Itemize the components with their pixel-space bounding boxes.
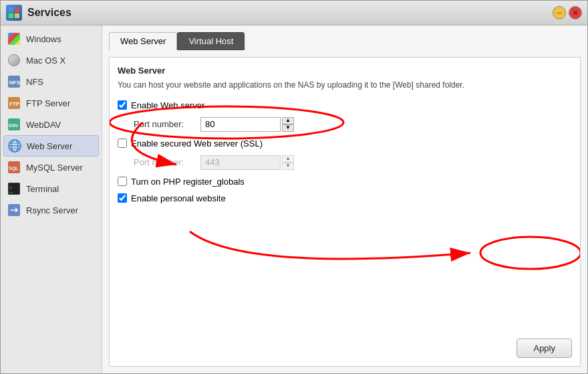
- minimize-button[interactable]: −: [553, 6, 566, 19]
- svg-point-22: [480, 237, 580, 269]
- ssl-port-input: [200, 155, 281, 170]
- sidebar-label-rsync: Rsync Server: [26, 205, 78, 215]
- port-spinner-down[interactable]: ▼: [282, 124, 294, 132]
- webserver-panel: Web Server You can host your website and…: [109, 57, 581, 367]
- personal-website-checkbox[interactable]: [118, 193, 127, 203]
- port-number-label: Port number:: [134, 119, 200, 129]
- sidebar-label-macos: Mac OS X: [26, 56, 65, 66]
- ssl-port-row: Port number: ▲ ▼: [134, 155, 572, 170]
- webserver-icon: [8, 139, 21, 153]
- tab-bar: Web Server Virtual Host: [109, 32, 581, 50]
- sidebar-label-ftp: FTP Server: [26, 98, 70, 108]
- ssl-spinner-down: ▼: [282, 163, 294, 170]
- sidebar-label-webserver: Web Server: [27, 141, 72, 151]
- app-icon: [6, 5, 22, 21]
- sidebar-label-terminal: Terminal: [26, 184, 59, 194]
- window-controls: − ×: [553, 6, 582, 19]
- sidebar-item-macos[interactable]: Mac OS X: [1, 50, 102, 71]
- content-area: Web Server Virtual Host Web Server You c…: [102, 25, 587, 373]
- ssl-port-label: Port number:: [134, 157, 200, 167]
- php-globals-checkbox[interactable]: [118, 177, 127, 186]
- ssl-spinner-up: ▲: [282, 155, 294, 163]
- close-button[interactable]: ×: [569, 6, 582, 19]
- sidebar-label-webdav: WebDAV: [26, 120, 61, 130]
- sidebar-item-webserver[interactable]: Web Server: [3, 135, 99, 157]
- ssl-port-spinner: ▲ ▼: [282, 155, 294, 170]
- port-number-row: Port number: ▲ ▼: [134, 117, 572, 132]
- titlebar: Services − ×: [1, 1, 587, 25]
- macos-icon: [7, 54, 21, 67]
- sidebar-item-ftp[interactable]: FTP FTP Server: [1, 92, 102, 114]
- svg-rect-0: [9, 7, 13, 12]
- apply-button[interactable]: Apply: [517, 339, 572, 358]
- enable-webserver-row: Enable Web server: [118, 100, 572, 110]
- nfs-icon: NFS: [7, 75, 21, 88]
- sidebar: Windows Mac OS X NFS NFS: [1, 25, 102, 373]
- svg-rect-1: [15, 7, 19, 12]
- svg-text:>: >: [9, 185, 12, 190]
- enable-webserver-label[interactable]: Enable Web server: [131, 100, 204, 110]
- php-globals-label[interactable]: Turn on PHP register_globals: [131, 177, 245, 187]
- ftp-icon: FTP: [7, 96, 21, 110]
- port-spinner-up[interactable]: ▲: [282, 117, 294, 124]
- sidebar-item-rsync[interactable]: Rsync Server: [1, 199, 102, 221]
- panel-title: Web Server: [118, 66, 572, 76]
- tab-webserver[interactable]: Web Server: [109, 32, 177, 50]
- rsync-icon: [7, 203, 21, 217]
- enable-ssl-row: Enable secured Web server (SSL): [118, 138, 572, 149]
- sidebar-item-windows[interactable]: Windows: [1, 28, 102, 50]
- sidebar-label-nfs: NFS: [26, 77, 43, 87]
- php-globals-row: Turn on PHP register_globals: [118, 177, 572, 187]
- personal-website-row: Enable personal website: [118, 193, 572, 203]
- svg-text:DAV: DAV: [9, 123, 19, 128]
- sidebar-item-nfs[interactable]: NFS NFS: [1, 71, 102, 92]
- svg-text:FTP: FTP: [9, 101, 20, 107]
- port-number-input[interactable]: [200, 117, 281, 132]
- svg-text:SQL: SQL: [9, 166, 19, 171]
- sidebar-label-mysql: MySQL Server: [26, 163, 83, 173]
- personal-website-label[interactable]: Enable personal website: [131, 193, 226, 203]
- mysql-icon: SQL: [7, 161, 21, 174]
- sidebar-item-mysql[interactable]: SQL MySQL Server: [1, 157, 102, 178]
- main-window: Services − × Windows Mac OS X: [0, 0, 588, 374]
- terminal-icon: _ >: [7, 182, 21, 195]
- sidebar-item-terminal[interactable]: _ > Terminal: [1, 178, 102, 199]
- sidebar-label-windows: Windows: [26, 34, 61, 44]
- svg-rect-3: [15, 13, 19, 18]
- sidebar-item-webdav[interactable]: DAV WebDAV: [1, 114, 102, 135]
- enable-webserver-checkbox[interactable]: [118, 100, 127, 110]
- main-area: Windows Mac OS X NFS NFS: [1, 25, 587, 373]
- svg-text:NFS: NFS: [9, 80, 20, 86]
- enable-ssl-label[interactable]: Enable secured Web server (SSL): [131, 138, 263, 149]
- enable-ssl-checkbox[interactable]: [118, 138, 127, 148]
- port-spinner: ▲ ▼: [282, 117, 294, 132]
- webdav-icon: DAV: [7, 118, 21, 131]
- svg-rect-2: [9, 13, 13, 18]
- tab-virtualhost[interactable]: Virtual Host: [177, 32, 245, 50]
- windows-icon: [7, 32, 21, 45]
- panel-description: You can host your website and applicatio…: [118, 80, 572, 91]
- window-title: Services: [27, 7, 553, 19]
